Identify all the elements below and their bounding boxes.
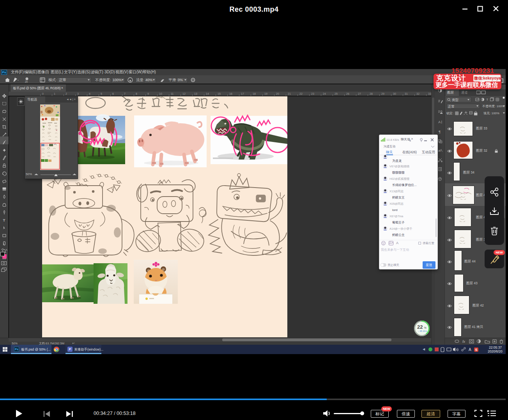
svg-text:%: % bbox=[424, 326, 427, 329]
svg-text:类型: 类型 bbox=[452, 98, 459, 102]
svg-text:fx: fx bbox=[462, 340, 466, 344]
svg-text:22: 22 bbox=[417, 324, 423, 330]
svg-text:T: T bbox=[487, 98, 489, 101]
svg-text:↓ 48.1K/s: ↓ 48.1K/s bbox=[418, 330, 427, 332]
svg-text:A: A bbox=[438, 149, 441, 152]
svg-text:¶: ¶ bbox=[439, 130, 441, 134]
svg-text:S: S bbox=[475, 348, 478, 352]
svg-text:A: A bbox=[438, 120, 441, 124]
svg-text:A: A bbox=[469, 347, 471, 352]
